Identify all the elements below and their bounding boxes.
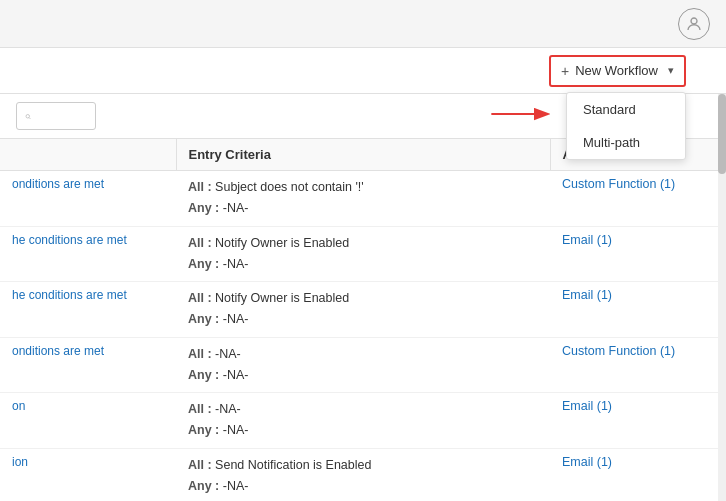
search-icon [25,110,31,123]
entry-value: -NA- [215,402,241,416]
workflow-table: Entry Criteria Actions onditions are met… [0,139,726,501]
entry-line: All : Notify Owner is Enabled [188,288,538,309]
action-link[interactable]: Email (1) [562,455,612,469]
row-entry-cell: All : -NA-Any : -NA- [176,337,550,393]
search-input[interactable] [37,109,87,124]
row-name-cell: ion [0,448,176,501]
row-entry-cell: All : Notify Owner is EnabledAny : -NA- [176,226,550,282]
new-workflow-button[interactable]: + New Workflow ▾ [549,55,686,87]
col-header-entry: Entry Criteria [176,139,550,171]
dropdown-item-standard[interactable]: Standard [567,93,685,126]
top-bar [0,0,726,48]
search-box[interactable] [16,102,96,130]
svg-point-3 [26,114,30,118]
workflow-name[interactable]: onditions are met [12,344,104,358]
entry-value: -NA- [215,347,241,361]
svg-line-4 [29,117,30,118]
row-name-cell: onditions are met [0,171,176,227]
entry-line: Any : -NA- [188,198,538,219]
entry-line: Any : -NA- [188,365,538,386]
table-row: onAll : -NA-Any : -NA-Email (1) [0,393,726,449]
button-bar: + New Workflow ▾ Standard Multi-path [0,48,726,94]
action-link[interactable]: Custom Function (1) [562,177,675,191]
workflow-name[interactable]: he conditions are met [12,288,127,302]
entry-type: All : [188,458,215,472]
entry-type: Any : [188,368,223,382]
row-action-cell: Email (1) [550,282,726,338]
entry-type: All : [188,347,215,361]
row-name-cell: on [0,393,176,449]
entry-type: Any : [188,201,223,215]
row-action-cell: Email (1) [550,226,726,282]
entry-line: All : -NA- [188,399,538,420]
col-header-name [0,139,176,171]
action-link[interactable]: Email (1) [562,288,612,302]
entry-line: All : -NA- [188,344,538,365]
entry-value: Notify Owner is Enabled [215,291,349,305]
table-row: he conditions are metAll : Notify Owner … [0,226,726,282]
entry-line: All : Send Notification is Enabled [188,455,538,476]
entry-type: All : [188,180,215,194]
workflow-name[interactable]: on [12,399,25,413]
user-avatar[interactable] [678,8,710,40]
entry-line: Any : -NA- [188,420,538,441]
entry-value: -NA- [223,257,249,271]
workflow-name[interactable]: he conditions are met [12,233,127,247]
entry-type: All : [188,402,215,416]
entry-value: -NA- [223,201,249,215]
dropdown-item-multipath[interactable]: Multi-path [567,126,685,159]
workflow-dropdown: Standard Multi-path [566,92,686,160]
row-entry-cell: All : Subject does not contain '!'Any : … [176,171,550,227]
table-row: onditions are metAll : Subject does not … [0,171,726,227]
table-row: onditions are metAll : -NA-Any : -NA-Cus… [0,337,726,393]
entry-type: Any : [188,257,223,271]
entry-line: All : Subject does not contain '!' [188,177,538,198]
entry-type: All : [188,291,215,305]
workflow-name[interactable]: ion [12,455,28,469]
entry-type: All : [188,236,215,250]
row-entry-cell: All : Send Notification is EnabledAny : … [176,448,550,501]
entry-line: Any : -NA- [188,476,538,497]
plus-icon: + [561,63,569,79]
entry-value: Send Notification is Enabled [215,458,371,472]
entry-line: Any : -NA- [188,309,538,330]
row-action-cell: Custom Function (1) [550,171,726,227]
entry-value: Subject does not contain '!' [215,180,364,194]
entry-value: Notify Owner is Enabled [215,236,349,250]
entry-value: -NA- [223,312,249,326]
row-name-cell: he conditions are met [0,226,176,282]
row-action-cell: Custom Function (1) [550,337,726,393]
entry-line: Any : -NA- [188,254,538,275]
entry-type: Any : [188,423,223,437]
row-entry-cell: All : Notify Owner is EnabledAny : -NA- [176,282,550,338]
entry-value: -NA- [223,479,249,493]
row-action-cell: Email (1) [550,448,726,501]
action-link[interactable]: Email (1) [562,399,612,413]
table-row: he conditions are metAll : Notify Owner … [0,282,726,338]
row-name-cell: he conditions are met [0,282,176,338]
scrollbar-thumb[interactable] [718,94,726,174]
entry-line: All : Notify Owner is Enabled [188,233,538,254]
scrollbar-track [718,94,726,501]
row-name-cell: onditions are met [0,337,176,393]
svg-point-0 [691,18,697,24]
table-row: ionAll : Send Notification is EnabledAny… [0,448,726,501]
row-action-cell: Email (1) [550,393,726,449]
entry-type: Any : [188,479,223,493]
workflow-name[interactable]: onditions are met [12,177,104,191]
action-link[interactable]: Custom Function (1) [562,344,675,358]
action-link[interactable]: Email (1) [562,233,612,247]
entry-value: -NA- [223,423,249,437]
row-entry-cell: All : -NA-Any : -NA- [176,393,550,449]
new-workflow-label: New Workflow [575,63,658,78]
arrow-indicator [488,104,558,124]
chevron-down-icon: ▾ [668,64,674,77]
entry-type: Any : [188,312,223,326]
entry-value: -NA- [223,368,249,382]
